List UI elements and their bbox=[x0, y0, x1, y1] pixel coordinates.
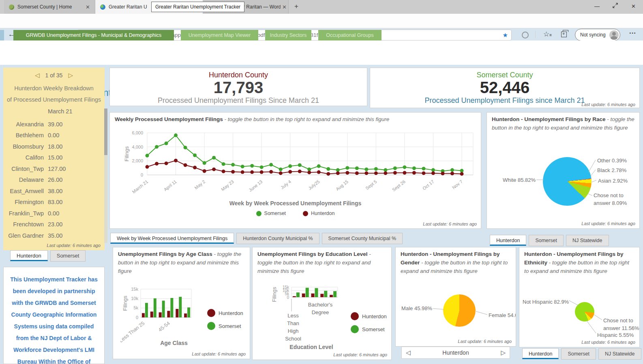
browser-tab-strip: Somerset County | Home ✕ Greater Raritan… bbox=[0, 0, 643, 14]
nav-tab-grwdb-unemployment-filings-municipal-demographics[interactable]: GRWDB Unemployment Filings - Municipal &… bbox=[13, 30, 174, 40]
kpi-county-name: Somerset County bbox=[370, 71, 639, 79]
restore-icon bbox=[613, 3, 618, 8]
svg-text:July 4: July 4 bbox=[280, 179, 292, 190]
nav-tab-occupational-groups[interactable]: Occupational Groups bbox=[318, 30, 382, 40]
table-row: Bloomsbury18.00 bbox=[3, 141, 105, 152]
kpi-value: 17,793 bbox=[110, 79, 367, 97]
filing-value: 38.00 bbox=[48, 188, 62, 194]
nav-tab-unemployment-map-viewer[interactable]: Unemployment Map Viewer bbox=[181, 30, 258, 40]
table-row: Flemington83.00 bbox=[3, 197, 105, 208]
collections-icon[interactable] bbox=[561, 32, 567, 37]
svg-text:May 23: May 23 bbox=[220, 179, 235, 192]
pie-label-other: Other 0.39% bbox=[597, 157, 627, 165]
svg-text:Aug 15: Aug 15 bbox=[335, 179, 349, 192]
race-tab-hunterdon[interactable]: Hunterdon bbox=[490, 235, 526, 246]
series-tab-bar: GRWDB Unemployment Filings - Municipal &… bbox=[13, 30, 388, 40]
ethnicity-pie-panel: Hunterdon - Unemployment Filings by Ethn… bbox=[519, 247, 640, 347]
browser-tab-somerset-home[interactable]: Somerset County | Home ✕ bbox=[4, 0, 95, 14]
chart-title: Unemployment Filings by Education Level … bbox=[257, 250, 386, 276]
race-tab-nj-statewide[interactable]: NJ Statewide bbox=[566, 235, 609, 246]
race-pie-panel: Hunterdon - Unemployment Filings by Race… bbox=[487, 112, 640, 229]
filing-value: 18.00 bbox=[48, 143, 62, 150]
municipality-name: Bloomsbury bbox=[3, 143, 44, 150]
race-tab-somerset[interactable]: Somerset bbox=[529, 235, 564, 246]
browser-menu-icon[interactable]: ··· bbox=[629, 29, 636, 37]
favorite-star-icon[interactable]: ★ bbox=[503, 32, 508, 39]
age-class-panel: Unemployment Filings by Age Class - togg… bbox=[113, 247, 250, 359]
filing-value: 26.00 bbox=[48, 177, 62, 183]
chart-legend: HunterdonSomerset bbox=[351, 312, 387, 338]
svg-text:5k: 5k bbox=[133, 305, 138, 310]
kpi-caption: Processed Unemployment Filings Since Mar… bbox=[110, 96, 367, 105]
browser-toolbar: ← → ↻ ⌂ https://somerset.maps.arcgis.com… bbox=[0, 14, 643, 28]
municipal-tab-somerset[interactable]: Somerset bbox=[50, 250, 86, 262]
pager-label: Hunterdon bbox=[442, 349, 469, 356]
chart-legend: HunterdonSomerset bbox=[207, 309, 243, 335]
ethnicity-panel-tabs: HunterdonSomersetNJ Statewide bbox=[522, 348, 643, 360]
municipality-name: Alexandria bbox=[3, 121, 44, 128]
gender-panel-pager: ◁ Hunterdon ▷ bbox=[401, 347, 510, 359]
municipality-name: East_Amwell bbox=[3, 188, 44, 194]
svg-text:Filings: Filings bbox=[122, 296, 128, 311]
race-panel-tabs: HunterdonSomersetNJ Statewide bbox=[490, 235, 611, 246]
site-favicon bbox=[9, 4, 14, 10]
weekly-tab-week-by-week-processed-unemployment-filings[interactable]: Week by Week Processed Unemployment Fili… bbox=[110, 233, 234, 244]
last-update: Last update: 6 minutes ago bbox=[581, 102, 635, 107]
legend-item-somerset: Somerset bbox=[256, 211, 286, 216]
pie-label-hispanic: Hispanic 5.55% bbox=[597, 332, 634, 339]
weekly-tab-somerset-county-municipal[interactable]: Somerset County Municipal % bbox=[322, 233, 403, 244]
sync-status-button[interactable]: Not syncing bbox=[575, 29, 620, 41]
chart-title: Hunterdon - Unemployment Filings by Gend… bbox=[401, 250, 511, 276]
tab-close-icon[interactable]: ✕ bbox=[84, 4, 92, 10]
svg-text:July25: July25 bbox=[307, 179, 320, 191]
tracking-icon[interactable] bbox=[522, 32, 529, 38]
scrollbar-thumb[interactable] bbox=[104, 109, 107, 155]
svg-text:Sept 26: Sept 26 bbox=[391, 179, 406, 192]
new-tab-button[interactable]: + bbox=[294, 2, 298, 11]
chart-title: Unemployment Filings by Age Class - togg… bbox=[118, 250, 244, 276]
weekly-tab-hunterdon-county-municipal[interactable]: Hunterdon County Municipal % bbox=[236, 233, 319, 244]
chart-legend: SomersetHunterdon bbox=[110, 211, 481, 216]
nav-left-stub bbox=[0, 30, 4, 40]
last-update: Last update: 6 minutes ago bbox=[581, 221, 635, 226]
window-minimize-button[interactable]: — bbox=[588, 0, 606, 13]
svg-text:15k: 15k bbox=[131, 287, 138, 292]
filing-value: 39.00 bbox=[48, 121, 62, 128]
globe-favicon bbox=[100, 4, 105, 10]
pager-next-icon[interactable]: ▷ bbox=[62, 72, 79, 79]
municipality-name: Flemington bbox=[3, 199, 44, 205]
municipal-breakdown-panel: ◁1 of 35▷ Hunterdon Weekly Breakdown of … bbox=[3, 68, 105, 250]
tab-close-icon[interactable]: ✕ bbox=[281, 4, 288, 10]
svg-text:10k: 10k bbox=[131, 296, 138, 301]
svg-text:May 2: May 2 bbox=[193, 179, 206, 190]
weekly-panel-tabs: Week by Week Processed Unemployment Fili… bbox=[110, 233, 405, 244]
nav-tab-industry-sectors[interactable]: Industry Sectors bbox=[265, 30, 311, 40]
ethnicity-tab-nj-statewide[interactable]: NJ Statewide bbox=[598, 348, 641, 360]
scrollbar[interactable] bbox=[104, 109, 107, 243]
browser-tab-title: r Raritan — Word bbox=[243, 4, 281, 10]
toolbar-divider bbox=[535, 31, 536, 38]
ethnicity-tab-somerset[interactable]: Somerset bbox=[561, 348, 596, 360]
svg-text:April 11: April 11 bbox=[163, 179, 178, 192]
pie-label-female: Female 54.02 bbox=[489, 312, 516, 319]
municipal-tab-hunterdon[interactable]: Hunterdon bbox=[10, 250, 48, 261]
sync-label: Not syncing bbox=[580, 32, 606, 38]
svg-text:2,000: 2,000 bbox=[132, 158, 143, 163]
pager-prev-icon[interactable]: ◁ bbox=[29, 72, 45, 79]
x-axis-title: Age Class bbox=[137, 340, 210, 346]
ethnicity-tab-hunterdon[interactable]: Hunterdon bbox=[522, 348, 559, 359]
svg-text:15k: 15k bbox=[283, 285, 289, 289]
municipal-table: Alexandria39.00Bethlehem0.00Bloomsbury18… bbox=[3, 119, 105, 241]
somerset-kpi-panel: Somerset County 52,446 Processed Unemplo… bbox=[370, 68, 640, 108]
favorites-bar-icon[interactable]: ☆≡ bbox=[543, 30, 552, 38]
window-close-button[interactable]: ✕ bbox=[624, 0, 643, 13]
x-axis-title: Week by Week Processed Unemployment Fili… bbox=[110, 200, 481, 206]
municipality-name: Glen Gardner bbox=[3, 232, 44, 239]
legend-item-hunterdon: Hunterdon bbox=[303, 211, 334, 216]
table-row: Bethlehem0.00 bbox=[3, 130, 105, 141]
last-update: Last update: 6 minutes ago bbox=[333, 352, 387, 357]
pager-prev-icon[interactable]: ◁ bbox=[406, 349, 411, 356]
pager-next-icon[interactable]: ▷ bbox=[501, 349, 506, 356]
window-restore-button[interactable] bbox=[606, 0, 624, 13]
gender-pie-chart bbox=[443, 294, 476, 327]
